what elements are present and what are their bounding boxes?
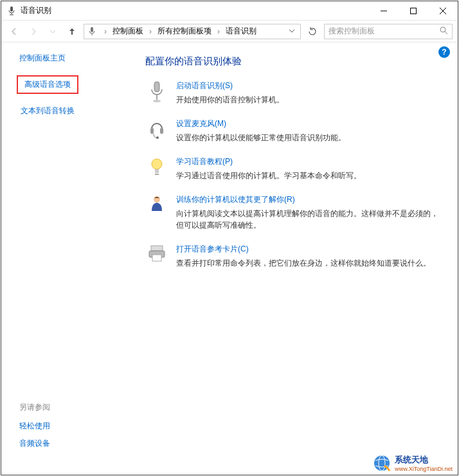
svg-rect-0 — [10, 6, 13, 12]
svg-point-17 — [152, 159, 162, 169]
svg-rect-18 — [155, 169, 159, 173]
svg-rect-23 — [152, 255, 161, 261]
window-buttons — [369, 1, 458, 21]
svg-rect-15 — [160, 128, 163, 134]
main-panel: ? 配置你的语音识别体验 启动语音识别(S) 开始使用你的语音控制计算机。 设置… — [143, 42, 458, 475]
chevron-right-icon[interactable]: › — [146, 27, 155, 36]
search-input[interactable]: 搜索控制面板 — [324, 24, 453, 39]
title-bar: 语音识别 — [1, 1, 458, 21]
search-placeholder: 搜索控制面板 — [328, 26, 435, 37]
svg-rect-14 — [150, 128, 154, 134]
svg-rect-21 — [151, 246, 163, 251]
option-tutorial: 学习语音教程(P) 学习通过语音使用你的计算机。学习基本命令和听写。 — [145, 156, 445, 181]
svg-rect-19 — [155, 174, 159, 175]
control-panel-home-link[interactable]: 控制面板主页 — [19, 53, 138, 64]
watermark: 系统天地 www.XiTongTianDi.net — [373, 454, 453, 472]
printer-icon — [145, 244, 168, 269]
reference-card-desc: 查看并打印常用命令列表，把它们放在身边，这样你就始终知道要说什么。 — [176, 257, 431, 269]
chevron-down-icon[interactable] — [289, 27, 295, 36]
option-train: 训练你的计算机以使其更了解你(R) 向计算机阅读文本以提高计算机理解你的语音的能… — [145, 194, 445, 231]
back-button[interactable] — [6, 24, 22, 39]
breadcrumb-segment[interactable]: 控制面板 — [111, 26, 145, 37]
setup-mic-link[interactable]: 设置麦克风(M) — [176, 118, 346, 129]
see-also-audio-devices[interactable]: 音频设备 — [19, 438, 50, 449]
start-speech-desc: 开始使用你的语音控制计算机。 — [176, 94, 284, 105]
chevron-right-icon[interactable]: › — [214, 27, 223, 36]
up-button[interactable] — [64, 24, 80, 39]
globe-icon — [373, 454, 391, 472]
minimize-button[interactable] — [369, 1, 399, 21]
svg-rect-7 — [91, 27, 93, 32]
reference-card-link[interactable]: 打开语音参考卡片(C) — [176, 244, 431, 255]
person-icon — [145, 194, 168, 231]
tutorial-link[interactable]: 学习语音教程(P) — [176, 156, 361, 167]
svg-point-9 — [440, 27, 446, 32]
sidebar-item-advanced-speech[interactable]: 高级语音选项 — [17, 75, 78, 94]
watermark-title: 系统天地 — [395, 454, 453, 466]
breadcrumb-segment[interactable]: 语音识别 — [224, 26, 258, 37]
train-link[interactable]: 训练你的计算机以使其更了解你(R) — [176, 194, 445, 205]
microphone-icon — [87, 26, 97, 37]
lightbulb-icon — [145, 156, 168, 181]
sidebar: 控制面板主页 高级语音选项 文本到语音转换 另请参阅 轻松使用 音频设备 — [1, 42, 143, 475]
see-also-section: 另请参阅 轻松使用 音频设备 — [19, 402, 50, 455]
option-reference-card: 打开语音参考卡片(C) 查看并打印常用命令列表，把它们放在身边，这样你就始终知道… — [145, 244, 445, 269]
maximize-button[interactable] — [399, 1, 428, 21]
option-start-speech: 启动语音识别(S) 开始使用你的语音控制计算机。 — [145, 80, 445, 105]
svg-rect-4 — [411, 8, 417, 14]
svg-point-16 — [156, 136, 159, 139]
setup-mic-desc: 设置你的计算机以便能够正常使用语音识别功能。 — [176, 132, 346, 143]
start-speech-link[interactable]: 启动语音识别(S) — [176, 80, 284, 91]
recent-dropdown[interactable] — [45, 24, 60, 39]
navigation-bar: › 控制面板 › 所有控制面板项 › 语音识别 搜索控制面板 — [1, 21, 458, 42]
see-also-ease-of-access[interactable]: 轻松使用 — [19, 421, 50, 432]
refresh-button[interactable] — [305, 24, 320, 39]
train-desc: 向计算机阅读文本以提高计算机理解你的语音的能力。这样做并不是必须的，但可以提高听… — [176, 208, 445, 231]
see-also-heading: 另请参阅 — [19, 402, 50, 413]
svg-line-10 — [445, 32, 447, 34]
microphone-icon — [145, 80, 168, 105]
control-panel-window: 语音识别 › 控制面板 › 所有控制面板项 › 语音识别 搜索控制面板 — [1, 1, 458, 475]
watermark-url: www.XiTongTianDi.net — [395, 466, 453, 472]
breadcrumb[interactable]: › 控制面板 › 所有控制面板项 › 语音识别 — [84, 24, 301, 39]
content-body: 控制面板主页 高级语音选项 文本到语音转换 另请参阅 轻松使用 音频设备 ? 配… — [1, 42, 458, 475]
chevron-right-icon[interactable]: › — [101, 27, 110, 36]
forward-button[interactable] — [26, 24, 41, 39]
search-icon — [439, 26, 448, 37]
headset-icon — [145, 118, 168, 143]
close-button[interactable] — [428, 1, 458, 21]
svg-point-13 — [153, 100, 161, 102]
sidebar-item-text-to-speech[interactable]: 文本到语音转换 — [19, 103, 138, 119]
page-title: 配置你的语音识别体验 — [145, 55, 445, 68]
help-icon[interactable]: ? — [438, 46, 450, 58]
window-title: 语音识别 — [21, 5, 369, 16]
option-setup-mic: 设置麦克风(M) 设置你的计算机以便能够正常使用语音识别功能。 — [145, 118, 445, 143]
breadcrumb-segment[interactable]: 所有控制面板项 — [156, 26, 213, 37]
microphone-icon — [6, 6, 17, 16]
svg-rect-11 — [154, 82, 159, 92]
tutorial-desc: 学习通过语音使用你的计算机。学习基本命令和听写。 — [176, 170, 361, 181]
